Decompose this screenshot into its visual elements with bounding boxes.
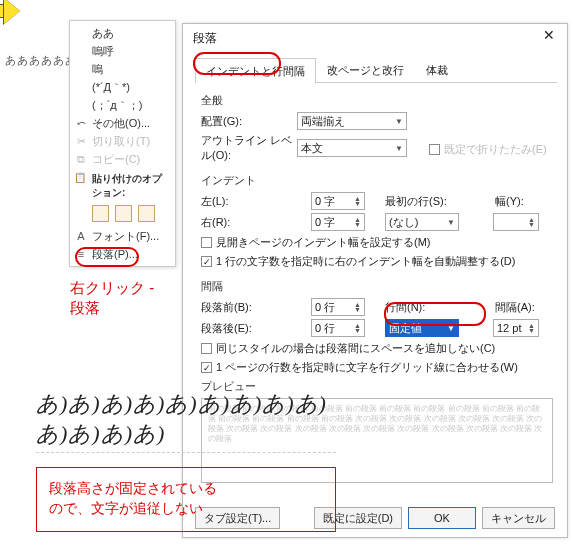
fold-checkbox-row[interactable]: 既定で折りたたみ(E) bbox=[429, 142, 547, 157]
lineheight-label: 行間(N): bbox=[385, 300, 455, 315]
paste-option-3-icon[interactable] bbox=[138, 205, 155, 222]
ctx-item-font[interactable]: Aフォント(F)... bbox=[70, 227, 175, 245]
ctx-label: 切り取り(T) bbox=[92, 134, 150, 149]
paste-options-label: 貼り付けのオプション: bbox=[92, 173, 162, 198]
nospace-label: 同じスタイルの場合は段落間にスペースを追加しない(C) bbox=[216, 341, 495, 356]
chevron-down-icon: ▼ bbox=[395, 117, 403, 126]
ctx-label: その他(O)... bbox=[92, 116, 150, 131]
section-indent: インデント 左(L): 0 字▲▼ 最初の行(S): 幅(Y): 右(R): 0… bbox=[201, 173, 553, 269]
example-note-line1: 段落高さが固定されている bbox=[49, 480, 217, 496]
annotation-rightclick: 右クリック - 段落 bbox=[70, 278, 154, 319]
spinner-icon[interactable]: ▲▼ bbox=[354, 323, 361, 333]
outline-value: 本文 bbox=[301, 141, 323, 156]
gap-label: 間隔(A): bbox=[495, 300, 535, 315]
left-value: 0 字 bbox=[315, 194, 352, 209]
lineheight-value: 固定値 bbox=[389, 321, 422, 336]
firstline-select[interactable]: (なし)▼ bbox=[385, 213, 459, 231]
spinner-icon[interactable]: ▲▼ bbox=[354, 196, 361, 206]
spinner-icon[interactable]: ▲▼ bbox=[528, 323, 535, 333]
section-general: 全般 配置(G): 両端揃え▼ アウトライン レベル(O): 本文▼ 既定で折り… bbox=[201, 93, 553, 163]
before-spin[interactable]: 0 行▲▼ bbox=[311, 298, 365, 316]
paste-icon: 📋 bbox=[74, 172, 86, 183]
autoindent-checkbox-row[interactable]: ✓1 行の文字数を指定時に右のインデント幅を自動調整する(D) bbox=[201, 254, 553, 269]
before-value: 0 行 bbox=[315, 300, 352, 315]
cut-icon: ✂ bbox=[74, 135, 88, 148]
firstline-value: (なし) bbox=[389, 215, 418, 230]
chevron-down-icon: ▼ bbox=[447, 218, 455, 227]
ctx-label: コピー(C) bbox=[92, 152, 140, 167]
ctx-item-cut[interactable]: ✂切り取り(T) bbox=[70, 132, 175, 150]
mirror-label: 見開きページのインデント幅を設定する(M) bbox=[216, 235, 431, 250]
ctx-label: 段落(P)... bbox=[92, 247, 138, 262]
indent-header: インデント bbox=[201, 173, 553, 188]
mirror-checkbox-row[interactable]: 見開きページのインデント幅を設定する(M) bbox=[201, 235, 553, 250]
dialog-title: 段落 bbox=[193, 31, 217, 45]
left-spin[interactable]: 0 字▲▼ bbox=[311, 192, 365, 210]
outline-label: アウトライン レベル(O): bbox=[201, 133, 297, 163]
ctx-item-cand1[interactable]: ああ bbox=[70, 24, 175, 42]
fitgrid-checkbox[interactable]: ✓ bbox=[201, 362, 212, 373]
paste-options-icons bbox=[70, 202, 175, 227]
tab-pagebreak[interactable]: 改ページと改行 bbox=[316, 57, 415, 82]
ctx-label: (；´д｀；) bbox=[92, 98, 142, 113]
example-note-box: 段落高さが固定されているので、文字が追従しない bbox=[36, 467, 336, 532]
ctx-item-emoji1[interactable]: (*´Д｀*) bbox=[70, 78, 175, 96]
fitgrid-checkbox-row[interactable]: ✓1 ページの行数を指定時に文字を行グリッド線に合わせる(W) bbox=[201, 360, 553, 375]
align-label: 配置(G): bbox=[201, 114, 297, 129]
width-label: 幅(Y): bbox=[495, 194, 524, 209]
ok-button[interactable]: OK bbox=[408, 507, 476, 529]
font-icon: A bbox=[74, 230, 88, 242]
right-spin[interactable]: 0 字▲▼ bbox=[311, 213, 365, 231]
ctx-label: 嗚呼 bbox=[92, 44, 114, 59]
tab-strip: インデントと行間隔 改ページと改行 体裁 bbox=[195, 57, 557, 83]
nospace-checkbox-row[interactable]: 同じスタイルの場合は段落間にスペースを追加しない(C) bbox=[201, 341, 553, 356]
align-value: 両端揃え bbox=[301, 114, 345, 129]
general-header: 全般 bbox=[201, 93, 553, 108]
width-spin[interactable]: ▲▼ bbox=[493, 213, 539, 231]
chevron-down-icon: ▼ bbox=[395, 144, 403, 153]
convert-icon: ⤺ bbox=[74, 117, 88, 130]
ctx-item-paragraph[interactable]: ≡段落(P)... bbox=[70, 245, 175, 263]
outline-select[interactable]: 本文▼ bbox=[297, 139, 407, 157]
autoindent-checkbox[interactable]: ✓ bbox=[201, 256, 212, 267]
fold-checkbox[interactable] bbox=[429, 144, 440, 155]
cancel-button[interactable]: キャンセル bbox=[482, 507, 555, 529]
spinner-icon[interactable]: ▲▼ bbox=[528, 217, 535, 227]
paragraph-icon: ≡ bbox=[74, 248, 88, 260]
paste-options-header: 📋貼り付けのオプション: bbox=[70, 168, 175, 202]
tab-indent[interactable]: インデントと行間隔 bbox=[195, 58, 316, 83]
align-select[interactable]: 両端揃え▼ bbox=[297, 112, 407, 130]
spinner-icon[interactable]: ▲▼ bbox=[354, 302, 361, 312]
ctx-item-other[interactable]: ⤺その他(O)... bbox=[70, 114, 175, 132]
lineheight-select[interactable]: 固定値▼ bbox=[385, 319, 459, 337]
paste-option-2-icon[interactable] bbox=[115, 205, 132, 222]
before-label: 段落前(B): bbox=[201, 300, 261, 315]
spinner-icon[interactable]: ▲▼ bbox=[354, 217, 361, 227]
tab-style[interactable]: 体裁 bbox=[415, 57, 459, 82]
example-note-line2: ので、文字が追従しない bbox=[49, 500, 203, 516]
dialog-title-bar: 段落 ✕ bbox=[183, 24, 567, 51]
after-label: 段落後(E): bbox=[201, 321, 261, 336]
ctx-item-copy[interactable]: ⧉コピー(C) bbox=[70, 150, 175, 168]
close-button[interactable]: ✕ bbox=[537, 27, 561, 43]
section-spacing: 間隔 段落前(B): 0 行▲▼ 行間(N): 間隔(A): 段落後(E): 0… bbox=[201, 279, 553, 375]
ctx-item-cand3[interactable]: 嗚 bbox=[70, 60, 175, 78]
chevron-down-icon: ▼ bbox=[447, 324, 455, 333]
after-spin[interactable]: 0 行▲▼ bbox=[311, 319, 365, 337]
autoindent-label: 1 行の文字数を指定時に右のインデント幅を自動調整する(D) bbox=[216, 254, 515, 269]
ctx-label: フォント(F)... bbox=[92, 229, 159, 244]
gap-spin[interactable]: 12 pt▲▼ bbox=[493, 319, 539, 337]
gap-value: 12 pt bbox=[497, 322, 526, 334]
ctx-label: ああ bbox=[92, 26, 114, 41]
context-menu: ああ 嗚呼 嗚 (*´Д｀*) (；´д｀；) ⤺その他(O)... ✂切り取り… bbox=[69, 20, 176, 267]
firstline-label: 最初の行(S): bbox=[385, 194, 455, 209]
nospace-checkbox[interactable] bbox=[201, 343, 212, 354]
spacing-header: 間隔 bbox=[201, 279, 553, 294]
ctx-item-cand2[interactable]: 嗚呼 bbox=[70, 42, 175, 60]
example-letters: あ)あ)あ)あ)あ)あ)あ)あ)あ)あ)あ)あ)あ) bbox=[36, 389, 336, 453]
paste-option-1-icon[interactable] bbox=[92, 205, 109, 222]
mirror-checkbox[interactable] bbox=[201, 237, 212, 248]
example-block: あ)あ)あ)あ)あ)あ)あ)あ)あ)あ)あ)あ)あ) 段落高さが固定されているの… bbox=[36, 389, 336, 532]
ctx-label: 嗚 bbox=[92, 62, 103, 77]
ctx-item-emoji2[interactable]: (；´д｀；) bbox=[70, 96, 175, 114]
